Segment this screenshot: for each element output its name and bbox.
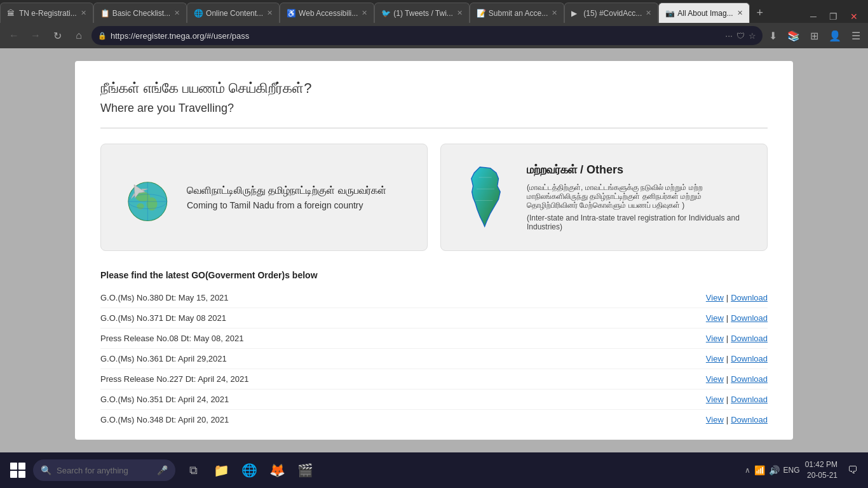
minimize-btn[interactable]: ─ bbox=[806, 10, 820, 23]
close-btn[interactable]: ✕ bbox=[846, 10, 862, 23]
tab-tab4[interactable]: ♿Web Accessibili...✕ bbox=[280, 3, 374, 23]
go-order-row: G.O.(Ms) No.380 Dt: May 15, 2021 View | … bbox=[100, 288, 768, 308]
volume-icon[interactable]: 🔊 bbox=[769, 465, 780, 475]
card-foreign-title-english: Coming to Tamil Nadu from a foreign coun… bbox=[187, 200, 386, 210]
page-heading-english: Where are you Travelling? bbox=[100, 102, 768, 115]
menu-icon[interactable]: ☰ bbox=[849, 27, 863, 44]
tab-tab8[interactable]: 📷All About Imag...✕ bbox=[658, 3, 749, 23]
network-icon: 📶 bbox=[754, 465, 765, 475]
forward-button[interactable]: → bbox=[27, 27, 44, 44]
tab-close-btn[interactable]: ✕ bbox=[362, 9, 367, 17]
synced-tabs-icon[interactable]: ⊞ bbox=[808, 27, 821, 44]
windows-logo-icon bbox=[10, 463, 25, 478]
card-others[interactable]: மற்றவர்கள் / Others (மாவட்டத்திற்குள், ம… bbox=[440, 144, 768, 251]
go-separator: | bbox=[726, 374, 728, 384]
card-foreign[interactable]: வெளிநாட்டிலிருந்து தமிழ்நாட்டிற்குள் வரு… bbox=[100, 144, 428, 251]
tab-label: (15) #CovidAcc... bbox=[583, 9, 642, 18]
go-order-row: G.O.(Ms) No.348 Dt: April 20, 2021 View … bbox=[100, 410, 768, 430]
go-view-link[interactable]: View bbox=[706, 354, 724, 363]
page-heading-tamil: நீங்கள் எங்கே பயணம் செய்கிறீர்கள்? bbox=[100, 80, 768, 97]
tab-close-btn[interactable]: ✕ bbox=[174, 9, 180, 17]
language-indicator: ENG bbox=[783, 466, 800, 475]
tab-tab7[interactable]: ▶(15) #CovidAcc...✕ bbox=[564, 3, 658, 23]
card-others-desc-english: (Inter-state and Intra-state travel regi… bbox=[527, 214, 751, 231]
clock-time: 01:42 PM bbox=[805, 459, 837, 470]
globe-icon bbox=[117, 169, 174, 226]
tab-close-btn[interactable]: ✕ bbox=[646, 9, 651, 17]
taskbar-search-icon: 🔍 bbox=[41, 465, 51, 475]
edge-button[interactable]: 🌐 bbox=[236, 458, 262, 483]
restore-btn[interactable]: ❐ bbox=[825, 10, 841, 23]
go-view-link[interactable]: View bbox=[706, 395, 724, 404]
divider bbox=[100, 128, 768, 128]
notification-icon: 🗨 bbox=[848, 464, 858, 476]
go-order-label: Press Release No.08 Dt: May 08, 2021 bbox=[100, 334, 243, 343]
taskbar-search-input[interactable] bbox=[57, 466, 152, 475]
go-download-link[interactable]: Download bbox=[731, 354, 768, 363]
toolbar-right: ⬇ 📚 ⊞ 👤 ☰ bbox=[766, 27, 863, 44]
go-download-link[interactable]: Download bbox=[731, 313, 768, 323]
browser-chrome: 🏛TN e-Registrati...✕📋Basic Checklist...✕… bbox=[0, 0, 868, 48]
tn-map-icon bbox=[457, 169, 514, 226]
taskbar-clock[interactable]: 01:42 PM 20-05-21 bbox=[805, 459, 837, 481]
tab-close-btn[interactable]: ✕ bbox=[267, 9, 273, 17]
notification-center-button[interactable]: 🗨 bbox=[843, 460, 863, 480]
refresh-button[interactable]: ↻ bbox=[48, 27, 66, 44]
go-orders-list: G.O.(Ms) No.380 Dt: May 15, 2021 View | … bbox=[100, 288, 768, 430]
taskview-button[interactable]: ⧉ bbox=[180, 458, 206, 483]
tab-tab6[interactable]: 📝Submit an Acce...✕ bbox=[470, 3, 564, 23]
bookmark-icon[interactable]: ☆ bbox=[749, 31, 756, 41]
go-section: Please find the latest GO(Goverment Orde… bbox=[100, 270, 768, 430]
go-download-link[interactable]: Download bbox=[731, 415, 768, 424]
go-view-link[interactable]: View bbox=[706, 334, 724, 343]
taskbar: 🔍 🎤 ⧉ 📁 🌐 🦊 🎬 ∧ 📶 🔊 ENG 01:42 PM 20-05-2… bbox=[0, 452, 868, 488]
go-order-label: Press Release No.227 Dt: April 24, 2021 bbox=[100, 374, 248, 384]
go-order-links: View | Download bbox=[706, 334, 768, 343]
clock-date: 20-05-21 bbox=[805, 470, 837, 481]
microphone-icon[interactable]: 🎤 bbox=[157, 465, 168, 475]
options-row: வெளிநாட்டிலிருந்து தமிழ்நாட்டிற்குள் வரு… bbox=[100, 144, 768, 251]
tab-favicon: 🐦 bbox=[381, 9, 390, 18]
go-download-link[interactable]: Download bbox=[731, 395, 768, 404]
go-download-link[interactable]: Download bbox=[731, 374, 768, 384]
download-toolbar-icon[interactable]: ⬇ bbox=[766, 27, 780, 44]
go-view-link[interactable]: View bbox=[706, 415, 724, 424]
taskbar-right: ∧ 📶 🔊 ENG 01:42 PM 20-05-21 🗨 bbox=[745, 459, 863, 481]
back-button[interactable]: ← bbox=[5, 27, 23, 44]
tab-tab5[interactable]: 🐦(1) Tweets / Twi...✕ bbox=[374, 3, 470, 23]
tab-favicon: ♿ bbox=[287, 9, 295, 18]
tab-label: (1) Tweets / Twi... bbox=[393, 9, 453, 18]
go-download-link[interactable]: Download bbox=[731, 334, 768, 343]
go-order-row: Press Release No.08 Dt: May 08, 2021 Vie… bbox=[100, 329, 768, 349]
tab-close-btn[interactable]: ✕ bbox=[457, 9, 463, 17]
security-icon: 🔒 bbox=[98, 32, 107, 40]
file-explorer-button[interactable]: 📁 bbox=[208, 458, 234, 483]
address-bar[interactable] bbox=[111, 31, 721, 41]
media-button[interactable]: 🎬 bbox=[292, 458, 318, 483]
firefox-button[interactable]: 🦊 bbox=[264, 458, 290, 483]
address-options-icon[interactable]: ··· bbox=[725, 30, 733, 41]
tab-tab1[interactable]: 🏛TN e-Registrati...✕ bbox=[0, 3, 93, 23]
go-download-link[interactable]: Download bbox=[731, 293, 768, 302]
tab-tab2[interactable]: 📋Basic Checklist...✕ bbox=[93, 3, 187, 23]
tab-favicon: ▶ bbox=[571, 9, 580, 18]
home-button[interactable]: ⌂ bbox=[70, 27, 88, 44]
tray-expand-icon[interactable]: ∧ bbox=[745, 466, 750, 475]
taskbar-search-box[interactable]: 🔍 🎤 bbox=[33, 459, 175, 481]
tab-close-btn[interactable]: ✕ bbox=[737, 9, 743, 17]
tab-favicon: 📋 bbox=[100, 9, 109, 18]
go-section-header: Please find the latest GO(Goverment Orde… bbox=[100, 270, 768, 280]
profile-icon[interactable]: 👤 bbox=[826, 27, 844, 44]
start-button[interactable] bbox=[5, 458, 31, 483]
tab-favicon: 🌐 bbox=[194, 9, 203, 18]
tab-close-btn[interactable]: ✕ bbox=[81, 9, 86, 17]
go-order-links: View | Download bbox=[706, 374, 768, 384]
tab-tab3[interactable]: 🌐Online Content...✕ bbox=[187, 3, 280, 23]
new-tab-button[interactable]: + bbox=[750, 3, 770, 23]
go-view-link[interactable]: View bbox=[706, 313, 724, 323]
tab-close-btn[interactable]: ✕ bbox=[552, 9, 557, 17]
go-view-link[interactable]: View bbox=[706, 374, 724, 384]
go-separator: | bbox=[726, 415, 728, 424]
go-view-link[interactable]: View bbox=[706, 293, 724, 302]
library-icon[interactable]: 📚 bbox=[785, 27, 803, 44]
